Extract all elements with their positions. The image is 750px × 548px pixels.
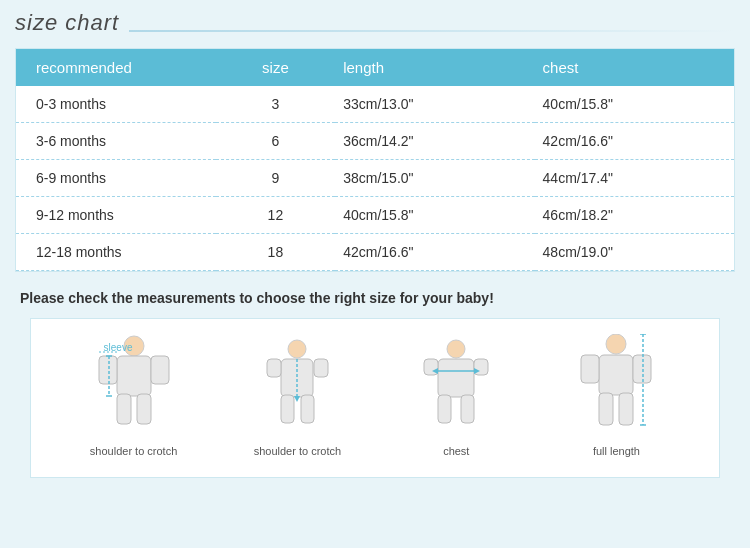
diagram-short-sleeve: shoulder to crotch — [254, 339, 341, 457]
cell-recommended: 9-12 months — [16, 197, 216, 234]
diagram-label-2: shoulder to crotch — [254, 445, 341, 457]
diagram-label-1: shoulder to crotch — [90, 445, 177, 457]
cell-recommended: 3-6 months — [16, 123, 216, 160]
svg-rect-12 — [267, 359, 281, 377]
col-header-chest: chest — [535, 49, 734, 86]
diagram-label-3: chest — [443, 445, 469, 457]
cell-length: 36cm/14.2" — [335, 123, 534, 160]
svg-rect-13 — [314, 359, 328, 377]
svg-rect-15 — [301, 395, 314, 423]
svg-rect-14 — [281, 395, 294, 423]
table-row: 12-18 months1842cm/16.6"48cm/19.0" — [16, 234, 734, 271]
cell-chest: 44cm/17.4" — [535, 160, 734, 197]
note-text: Please check the measurements to choose … — [15, 282, 735, 318]
cell-size: 12 — [216, 197, 336, 234]
cell-length: 40cm/15.8" — [335, 197, 534, 234]
diagram-full-length: full length — [571, 334, 661, 457]
svg-rect-4 — [117, 394, 131, 424]
svg-rect-32 — [619, 393, 633, 425]
svg-rect-31 — [599, 393, 613, 425]
svg-rect-2 — [99, 356, 117, 384]
page-wrapper: size chart recommended size length chest… — [0, 0, 750, 493]
table-row: 6-9 months938cm/15.0"44cm/17.4" — [16, 160, 734, 197]
cell-length: 38cm/15.0" — [335, 160, 534, 197]
cell-chest: 42cm/16.6" — [535, 123, 734, 160]
table-row: 9-12 months1240cm/15.8"46cm/18.2" — [16, 197, 734, 234]
svg-rect-5 — [137, 394, 151, 424]
cell-size: 18 — [216, 234, 336, 271]
page-title: size chart — [15, 10, 129, 36]
table-header-row: recommended size length chest — [16, 49, 734, 86]
cell-length: 33cm/13.0" — [335, 86, 534, 123]
col-header-size: size — [216, 49, 336, 86]
cell-size: 3 — [216, 86, 336, 123]
cell-size: 6 — [216, 123, 336, 160]
table-row: 0-3 months333cm/13.0"40cm/15.8" — [16, 86, 734, 123]
figure-short-sleeve — [255, 339, 340, 439]
svg-point-27 — [606, 334, 626, 354]
cell-recommended: 12-18 months — [16, 234, 216, 271]
cell-recommended: 0-3 months — [16, 86, 216, 123]
title-area: size chart — [15, 10, 735, 36]
col-header-length: length — [335, 49, 534, 86]
svg-point-10 — [288, 340, 306, 358]
svg-rect-23 — [461, 395, 474, 423]
svg-rect-30 — [633, 355, 651, 383]
size-table: recommended size length chest 0-3 months… — [16, 49, 734, 271]
diagram-long-sleeve: sleeve shoulder to crotch — [89, 334, 179, 457]
svg-rect-28 — [599, 355, 633, 395]
svg-rect-1 — [117, 356, 151, 396]
diagram-chest: chest — [416, 339, 496, 457]
diagram-label-4: full length — [593, 445, 640, 457]
col-header-recommended: recommended — [16, 49, 216, 86]
cell-recommended: 6-9 months — [16, 160, 216, 197]
svg-rect-29 — [581, 355, 599, 383]
svg-rect-22 — [438, 395, 451, 423]
cell-size: 9 — [216, 160, 336, 197]
svg-rect-19 — [438, 359, 474, 397]
figure-chest-detail — [416, 339, 496, 439]
sleeve-label: sleeve — [104, 342, 133, 353]
table-row: 3-6 months636cm/14.2"42cm/16.6" — [16, 123, 734, 160]
cell-chest: 46cm/18.2" — [535, 197, 734, 234]
svg-rect-3 — [151, 356, 169, 384]
svg-point-18 — [447, 340, 465, 358]
cell-chest: 40cm/15.8" — [535, 86, 734, 123]
diagram-wrapper: sleeve shoulder to crotch — [30, 318, 720, 478]
cell-length: 42cm/16.6" — [335, 234, 534, 271]
figure-full-length — [571, 334, 661, 439]
figure-long-sleeve — [89, 334, 179, 439]
title-underline — [129, 30, 735, 32]
cell-chest: 48cm/19.0" — [535, 234, 734, 271]
size-table-wrapper: recommended size length chest 0-3 months… — [15, 48, 735, 272]
svg-marker-17 — [294, 396, 300, 402]
